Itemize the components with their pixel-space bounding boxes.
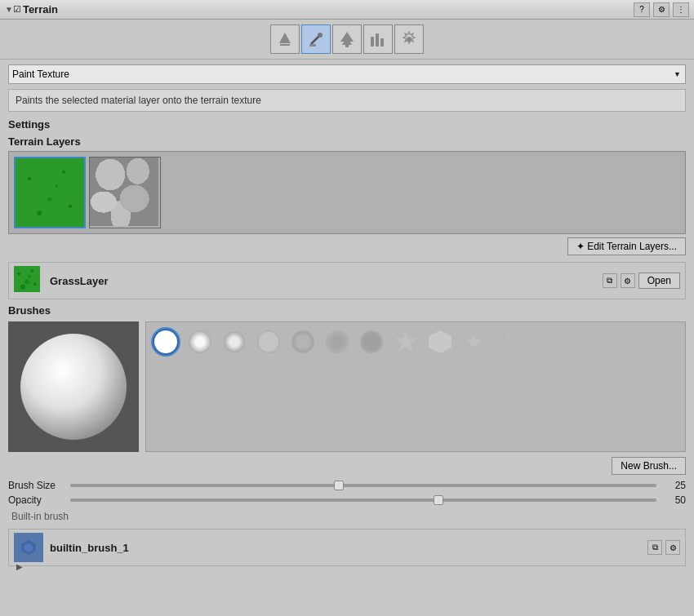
- layer-thumb-rock[interactable]: [89, 157, 161, 228]
- svg-rect-10: [380, 38, 384, 47]
- layer-gear-button[interactable]: ⚙: [621, 273, 635, 288]
- svg-marker-0: [279, 33, 291, 43]
- svg-point-3: [318, 33, 323, 38]
- title-bar-buttons: ? ⚙ ⋮: [634, 2, 689, 17]
- expand-arrow-icon[interactable]: ▶: [16, 562, 23, 571]
- terrain-layers-label: Terrain Layers: [8, 135, 686, 148]
- new-brush-row: New Brush...: [8, 457, 686, 475]
- toolbar-trees[interactable]: [332, 24, 362, 54]
- brush-size-value: 25: [661, 480, 686, 491]
- layer-thumb-grass[interactable]: [14, 157, 86, 228]
- new-brush-button[interactable]: New Brush...: [612, 457, 686, 475]
- brush-7-icon: [360, 330, 383, 353]
- brush-selector: ★ ☆: [145, 321, 686, 452]
- dropdown-arrow-icon[interactable]: ▼: [5, 5, 13, 14]
- help-button[interactable]: ?: [634, 2, 650, 17]
- brush-soft-icon: [189, 330, 211, 353]
- paint-dropdown-row: Paint Texture Raise/Lower Terrain Smooth…: [8, 64, 686, 84]
- brush-circle-preview: [20, 334, 127, 440]
- brushes-label: Brushes: [8, 304, 686, 317]
- toolbar-paint-texture[interactable]: [301, 24, 331, 54]
- opacity-fill: [70, 499, 434, 502]
- brush-star-filled-icon: ★: [465, 330, 483, 353]
- brush-item-hex[interactable]: [425, 327, 455, 357]
- bottom-item: builtin_brush_1 ⧉ ⚙: [8, 529, 686, 566]
- selected-layer-name: GrassLayer: [50, 275, 603, 287]
- opacity-track: [70, 499, 656, 502]
- svg-rect-1: [280, 44, 290, 46]
- main-content: Paint Texture Raise/Lower Terrain Smooth…: [0, 60, 694, 584]
- brush-item-3[interactable]: [220, 327, 249, 357]
- brush-solid-icon: [154, 330, 177, 353]
- svg-rect-4: [309, 44, 316, 47]
- title-bar: ▼ ☑ Terrain ? ⚙ ⋮: [0, 0, 694, 20]
- brush-hex-icon: [429, 330, 452, 353]
- opacity-label: Opacity: [8, 494, 65, 506]
- svg-rect-8: [371, 37, 374, 47]
- selected-layer-thumb: [14, 266, 40, 292]
- brush-star-outline-icon: ☆: [500, 330, 518, 353]
- edit-layers-row: ✦ Edit Terrain Layers...: [8, 237, 686, 255]
- checkbox-icon[interactable]: ☑: [13, 4, 21, 15]
- opacity-handle[interactable]: [434, 495, 443, 505]
- builtin-label: Built-in brush: [8, 509, 686, 524]
- window-title: Terrain: [23, 3, 58, 16]
- edit-terrain-layers-button[interactable]: ✦ Edit Terrain Layers...: [567, 237, 686, 255]
- terrain-layers-box: [8, 151, 686, 234]
- brush-8-icon: [394, 330, 417, 353]
- expand-area: ▶: [8, 566, 686, 579]
- brushes-area: ★ ☆: [8, 321, 686, 452]
- bottom-item-icon: [14, 533, 43, 562]
- brush-item-7[interactable]: [357, 327, 386, 357]
- brush-item-solid[interactable]: [151, 327, 180, 357]
- layer-info-row: GrassLayer ⧉ ⚙ Open: [8, 262, 686, 299]
- brush-size-row: Brush Size 25: [8, 480, 686, 491]
- bottom-item-copy-button[interactable]: ⧉: [647, 540, 662, 555]
- brush-item-8[interactable]: [391, 327, 420, 357]
- brush-size-slider-wrapper[interactable]: [70, 481, 656, 490]
- settings-header: Settings: [8, 118, 686, 131]
- description-box: Paints the selected material layer onto …: [8, 89, 686, 112]
- layer-open-button[interactable]: Open: [638, 273, 680, 289]
- bottom-item-gear-button[interactable]: ⚙: [665, 540, 680, 555]
- brush-4-icon: [257, 330, 280, 353]
- toolbar-raise-lower[interactable]: [270, 24, 300, 54]
- layer-info-right: ⧉ ⚙ Open: [603, 273, 680, 289]
- bottom-item-name: builtin_brush_1: [50, 542, 647, 554]
- grass-texture: [16, 158, 84, 227]
- brush-item-star-outline[interactable]: ☆: [494, 327, 523, 357]
- opacity-value: 50: [661, 494, 686, 506]
- brush-item-star-filled[interactable]: ★: [460, 327, 489, 357]
- opacity-slider-wrapper[interactable]: [70, 495, 656, 505]
- brush-item-4[interactable]: [254, 327, 283, 357]
- toolbar-settings[interactable]: [394, 24, 424, 54]
- more-button[interactable]: ⋮: [673, 2, 689, 17]
- brush-preview: [8, 321, 139, 452]
- brush-item-6[interactable]: [323, 327, 352, 357]
- brush-item-soft[interactable]: [185, 327, 215, 357]
- toolbar-details[interactable]: [363, 24, 393, 54]
- toolbar: [0, 20, 694, 60]
- brush-6-icon: [326, 330, 349, 353]
- brush-item-5[interactable]: [288, 327, 318, 357]
- brush-3-icon: [223, 330, 246, 353]
- brush-size-handle[interactable]: [334, 481, 344, 490]
- rock-texture: [90, 157, 158, 226]
- settings-button[interactable]: ⚙: [653, 2, 670, 17]
- unity-logo-icon: [20, 539, 37, 556]
- description-text: Paints the selected material layer onto …: [16, 95, 261, 106]
- brush-size-track: [70, 484, 656, 487]
- paint-texture-select[interactable]: Paint Texture Raise/Lower Terrain Smooth…: [8, 64, 686, 84]
- brush-5-icon: [291, 330, 314, 353]
- svg-rect-9: [376, 33, 379, 47]
- layer-info-thumb: [14, 266, 43, 295]
- bottom-item-right: ⧉ ⚙: [647, 540, 680, 555]
- svg-rect-7: [345, 45, 349, 47]
- layer-copy-button[interactable]: ⧉: [603, 273, 617, 288]
- paint-dropdown-wrapper: Paint Texture Raise/Lower Terrain Smooth…: [8, 64, 686, 84]
- brush-size-label: Brush Size: [8, 480, 65, 491]
- brush-size-fill: [70, 484, 334, 487]
- opacity-row: Opacity 50: [8, 494, 686, 506]
